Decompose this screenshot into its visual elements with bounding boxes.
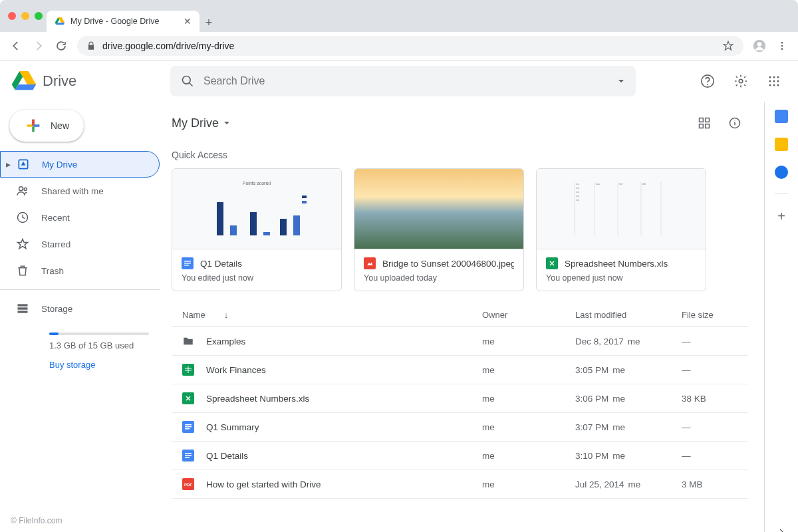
svg-rect-35 — [263, 232, 270, 235]
back-button[interactable] — [9, 39, 23, 53]
folder-icon — [182, 335, 194, 347]
svg-rect-32 — [217, 202, 223, 235]
svg-text:row: row — [576, 191, 580, 194]
new-tab-button[interactable]: + — [200, 13, 218, 32]
table-row[interactable]: ExamplesmeDec 8, 2017me— — [172, 327, 748, 356]
svg-text:Points scored: Points scored — [243, 181, 271, 186]
profile-avatar[interactable] — [753, 39, 766, 53]
svg-point-10 — [769, 76, 771, 78]
star-icon — [16, 237, 29, 251]
file-size: 38 KB — [682, 394, 748, 404]
svg-rect-28 — [700, 124, 704, 128]
sidebar-item-my-drive[interactable]: ▸ My Drive — [0, 151, 160, 178]
file-name: Spreadsheet Numbers.xls — [206, 394, 309, 404]
svg-point-20 — [19, 187, 23, 191]
svg-point-4 — [781, 48, 783, 50]
new-button[interactable]: New — [9, 110, 84, 142]
svg-text:row: row — [576, 199, 580, 201]
window-close-button[interactable] — [8, 12, 16, 20]
sidebar-item-label: My Drive — [42, 160, 77, 170]
quick-access-row: Points scored Q1 Details You edited just… — [172, 168, 748, 291]
sidebar-item-label: Recent — [41, 213, 70, 223]
svg-rect-63 — [185, 453, 192, 454]
drive-icon — [17, 158, 30, 171]
address-bar[interactable]: drive.google.com/drive/my-drive — [77, 36, 743, 56]
storage-usage-text: 1.3 GB of 15 GB used — [49, 340, 152, 350]
details-button[interactable] — [722, 110, 748, 136]
quick-access-card[interactable]: Bridge to Sunset 200046800.jpeg You uplo… — [354, 168, 524, 291]
svg-rect-60 — [185, 424, 192, 426]
tasks-addon-icon[interactable] — [775, 166, 788, 179]
qa-title-text: Spreadsheet Numbers.xls — [565, 259, 668, 269]
table-row[interactable]: Work Financesme3:05 PMme— — [172, 356, 748, 384]
table-row[interactable]: Q1 Detailsme3:10 PMme— — [172, 442, 748, 470]
browser-menu-icon[interactable] — [775, 39, 789, 53]
file-modified: Dec 8, 2017me — [575, 336, 682, 346]
file-modified: 3:07 PMme — [575, 422, 682, 432]
qa-subtitle: You uploaded today — [364, 273, 514, 283]
help-button[interactable] — [694, 68, 721, 94]
breadcrumb[interactable]: My Drive — [172, 116, 231, 130]
file-size: — — [682, 336, 748, 346]
forward-button[interactable] — [32, 39, 45, 53]
drive-favicon-icon — [55, 16, 65, 27]
column-header-owner[interactable]: Owner — [482, 310, 575, 320]
reload-button[interactable] — [55, 39, 68, 53]
hide-panel-button[interactable] — [776, 527, 787, 532]
column-header-name[interactable]: Name↓ — [172, 310, 482, 320]
table-row[interactable]: Spreadsheet Numbers.xlsme3:06 PMme38 KB — [172, 384, 748, 413]
svg-rect-26 — [700, 118, 704, 122]
doc-icon — [182, 450, 194, 462]
qa-title-text: Q1 Details — [200, 259, 242, 269]
sidebar-item-storage[interactable]: Storage — [0, 295, 160, 322]
table-row[interactable]: PDFHow to get started with DrivemeJul 25… — [172, 470, 748, 499]
sidebar-item-recent[interactable]: Recent — [0, 204, 160, 231]
apps-grid-icon[interactable] — [761, 68, 787, 94]
tab-close-icon[interactable]: ✕ — [184, 16, 192, 27]
svg-rect-39 — [302, 201, 307, 203]
table-row[interactable]: Q1 Summaryme3:07 PMme— — [172, 413, 748, 442]
svg-rect-36 — [280, 219, 287, 235]
file-owner: me — [482, 336, 575, 346]
search-box[interactable] — [170, 66, 636, 96]
svg-text:123: 123 — [619, 183, 622, 186]
svg-text:row: row — [576, 183, 580, 186]
sidebar-item-label: Trash — [41, 266, 64, 276]
file-table: Name↓ Owner Last modified File size Exam… — [172, 303, 748, 499]
search-input[interactable] — [203, 75, 608, 87]
svg-rect-42 — [184, 265, 189, 266]
svg-point-21 — [24, 188, 27, 190]
sidebar-item-shared[interactable]: Shared with me — [0, 178, 160, 204]
doc-icon — [182, 257, 194, 269]
settings-button[interactable] — [728, 68, 754, 94]
sidebar-item-trash[interactable]: Trash — [0, 257, 160, 284]
drive-logo-icon — [11, 68, 37, 94]
qa-title-text: Bridge to Sunset 200046800.jpeg — [382, 259, 514, 269]
window-maximize-button[interactable] — [35, 12, 43, 20]
keep-addon-icon[interactable] — [775, 138, 788, 151]
browser-tab[interactable]: My Drive - Google Drive ✕ — [47, 11, 200, 32]
svg-point-18 — [777, 84, 779, 86]
column-header-modified[interactable]: Last modified — [575, 310, 682, 320]
buy-storage-link[interactable]: Buy storage — [49, 360, 152, 370]
svg-rect-33 — [230, 225, 237, 235]
column-header-size[interactable]: File size — [682, 310, 748, 320]
sidebar: New ▸ My Drive Shared with me Recent Sta… — [0, 102, 165, 532]
svg-text:row: row — [576, 195, 580, 198]
quick-access-card[interactable]: rowrowrowrowrowdata123456 Spreadsheet Nu… — [536, 168, 706, 291]
svg-rect-64 — [185, 455, 192, 456]
svg-rect-27 — [706, 118, 710, 122]
trash-icon — [16, 264, 29, 277]
svg-rect-37 — [293, 215, 300, 235]
pdf-icon: PDF — [182, 478, 194, 490]
svg-text:data: data — [596, 183, 600, 186]
get-addons-button[interactable]: + — [777, 209, 785, 224]
window-minimize-button[interactable] — [21, 12, 29, 20]
quick-access-card[interactable]: Points scored Q1 Details You edited just… — [172, 168, 342, 291]
calendar-addon-icon[interactable] — [775, 110, 788, 123]
search-dropdown-icon[interactable] — [617, 77, 625, 85]
sidebar-item-starred[interactable]: Starred — [0, 231, 160, 257]
grid-view-button[interactable] — [691, 110, 718, 136]
file-modified: 3:05 PMme — [575, 365, 682, 375]
bookmark-star-icon[interactable] — [722, 40, 734, 52]
